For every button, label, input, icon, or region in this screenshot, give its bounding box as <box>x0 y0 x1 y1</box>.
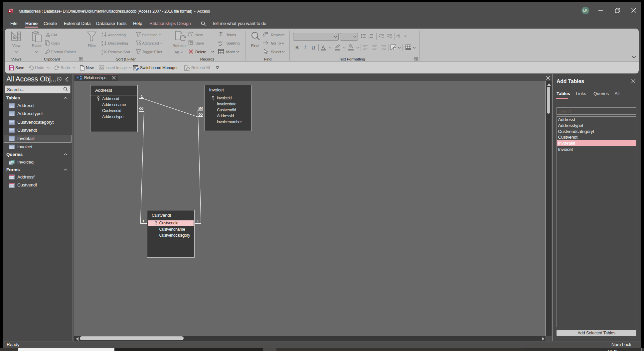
svg-text:∞: ∞ <box>198 111 203 118</box>
svg-text:b: b <box>265 33 266 35</box>
svg-text:Z: Z <box>101 35 103 38</box>
svg-text:1: 1 <box>142 219 144 223</box>
svg-text:∞: ∞ <box>139 105 144 112</box>
svg-text:∞: ∞ <box>198 104 203 111</box>
svg-text:1: 1 <box>197 219 199 223</box>
svg-text:1: 1 <box>141 94 143 98</box>
svg-text:abc: abc <box>218 41 223 44</box>
svg-text:Z: Z <box>101 52 103 55</box>
svg-text:c: c <box>263 35 265 37</box>
svg-text:A: A <box>9 10 11 13</box>
svg-text:¶: ¶ <box>398 34 400 39</box>
svg-text:A: A <box>101 44 103 47</box>
svg-text:3: 3 <box>369 37 370 39</box>
